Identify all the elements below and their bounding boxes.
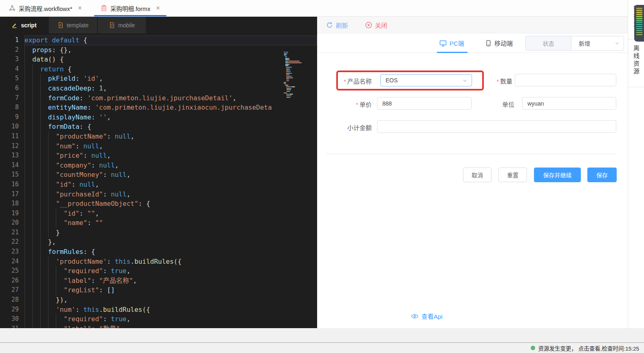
monitor-icon	[439, 40, 447, 47]
code-line[interactable]: 24 'productName': this.buildRules({	[0, 257, 317, 267]
code-line[interactable]: 2 props: {},	[0, 45, 317, 55]
cancel-button[interactable]: 取消	[463, 168, 492, 182]
required-mark: *	[344, 78, 346, 85]
close-label: 关闭	[375, 21, 387, 29]
file-tab-form[interactable]: 采购明细.formx ×	[94, 0, 167, 16]
refresh-button[interactable]: 刷新	[326, 21, 348, 29]
field-label-unit: 单位	[482, 100, 514, 108]
bottom-strip	[0, 328, 644, 342]
editor-tab-label: script	[21, 22, 36, 29]
unit-input[interactable]	[522, 97, 616, 110]
code-line[interactable]: 26 "label": "产品名称",	[0, 276, 317, 286]
code-line[interactable]: 10 formData: {	[0, 122, 317, 132]
status-message[interactable]: 资源发生变更， 点击查看,检查时间:15:25	[538, 344, 639, 352]
code-line[interactable]: 23 formRules: {	[0, 247, 317, 257]
code-area[interactable]: 1export default {2 props: {},3 data() {4…	[0, 33, 317, 328]
tab-script[interactable]: script	[0, 17, 48, 33]
code-line[interactable]: 18 "__productNameObject": {	[0, 199, 317, 209]
phone-icon	[485, 40, 492, 46]
editor-tab-bar: script template mobile	[0, 17, 317, 33]
product-name-select-value: EOS	[386, 77, 398, 84]
code-line[interactable]: 20 "name": ""	[0, 218, 317, 228]
file-tab-workflow[interactable]: 采购流程.workflowx* ×	[2, 0, 88, 16]
code-line[interactable]: 7 formCode: 'com.primeton.liujie.jpurcha…	[0, 93, 317, 103]
close-icon[interactable]: ×	[156, 4, 160, 12]
tab-pc-view[interactable]: PC端	[439, 33, 464, 53]
code-line[interactable]: 8 entityName: 'com.primeton.liujie.jinxi…	[0, 103, 317, 113]
state-select[interactable]: 新增	[571, 36, 624, 51]
code-line[interactable]: 12 "num": null,	[0, 141, 317, 151]
state-select-group: 状态 新增	[525, 36, 624, 51]
app-window: 采购流程.workflowx* × 采购明细.formx × script	[0, 0, 644, 353]
sidebar-item-offline-resources[interactable]: 离线资源	[628, 40, 644, 87]
tab-pc-label: PC端	[450, 39, 464, 47]
code-line[interactable]: 14 "company": null,	[0, 161, 317, 170]
file-tab-bar: 采购流程.workflowx* × 采购明细.formx ×	[0, 0, 644, 17]
scrollbar-marks[interactable]	[634, 5, 644, 42]
field-label-quantity: *数量	[482, 77, 512, 85]
product-name-select[interactable]: EOS	[380, 74, 472, 86]
code-line[interactable]: 4 return {	[0, 64, 317, 74]
workflow-icon	[9, 5, 15, 11]
pencil-icon	[11, 22, 18, 28]
code-line[interactable]: 31 "label": "数量"	[0, 324, 317, 328]
tab-mobile-view[interactable]: 移动端	[485, 33, 513, 53]
file-icon	[57, 22, 64, 28]
code-line[interactable]: 19 "id": "",	[0, 209, 317, 218]
refresh-label: 刷新	[336, 21, 348, 29]
code-line[interactable]: 29 'num': this.buildRules({	[0, 305, 317, 315]
chevron-down-icon	[615, 41, 620, 46]
tab-template[interactable]: template	[49, 17, 97, 33]
required-mark: *	[356, 101, 358, 108]
close-circle-icon	[365, 22, 372, 29]
quantity-input[interactable]	[515, 74, 616, 86]
view-tab-bar: PC端 移动端 状态 新增	[317, 33, 628, 53]
view-api-label: 查看Api	[421, 312, 443, 320]
code-editor: script template mobile 1export default {…	[0, 17, 317, 328]
code-line[interactable]: 21 }	[0, 228, 317, 238]
preview-toolbar: 刷新 关闭	[317, 17, 628, 33]
unit-price-input[interactable]	[377, 97, 472, 110]
form-preview-panel: 刷新 关闭 PC端 移动端	[317, 17, 628, 328]
tab-mobile[interactable]: mobile	[98, 17, 146, 33]
code-line[interactable]: 3 data() {	[0, 55, 317, 64]
field-label-product-name: *产品名称	[338, 77, 372, 85]
right-sidebar: 数据源 离线资源	[628, 0, 644, 328]
field-label-unit-price: *单价	[338, 100, 372, 108]
field-label-subtotal: 小计金额	[334, 123, 372, 132]
code-line[interactable]: 13 "price": null,	[0, 151, 317, 161]
code-line[interactable]: 17 "purchaseId": null,	[0, 190, 317, 199]
close-icon[interactable]: ×	[78, 4, 82, 12]
state-label: 状态	[525, 36, 571, 51]
code-line[interactable]: 30 "required": true,	[0, 314, 317, 324]
code-line[interactable]: 22 },	[0, 237, 317, 247]
form-divider	[326, 154, 617, 154]
editor-tab-label: mobile	[118, 22, 135, 29]
code-line[interactable]: 11 "productName": null,	[0, 132, 317, 141]
code-line[interactable]: 25 "required": true,	[0, 266, 317, 276]
eye-icon	[411, 313, 419, 320]
minimap[interactable]	[284, 52, 306, 98]
save-continue-button[interactable]: 保存并继续	[534, 168, 581, 182]
refresh-icon	[326, 22, 333, 29]
status-bar: 资源发生变更， 点击查看,检查时间:15:25	[0, 342, 644, 353]
close-preview-button[interactable]: 关闭	[365, 21, 387, 29]
chevron-down-icon	[462, 78, 468, 83]
required-mark: *	[497, 78, 499, 85]
code-line[interactable]: 15 "countMoney": null,	[0, 170, 317, 180]
save-button[interactable]: 保存	[587, 168, 617, 182]
state-select-value: 新增	[579, 39, 590, 47]
file-icon	[109, 22, 115, 28]
code-line[interactable]: 9 displayName: '',	[0, 113, 317, 122]
code-line[interactable]: 16 "id": null,	[0, 180, 317, 190]
reset-button[interactable]: 重置	[498, 168, 527, 182]
view-api-link[interactable]: 查看Api	[411, 312, 443, 320]
code-line[interactable]: 1export default {	[0, 35, 317, 45]
code-line[interactable]: 5 pkField: 'id',	[0, 74, 317, 84]
code-line[interactable]: 28 }),	[0, 295, 317, 305]
code-line[interactable]: 6 cascadeDeep: 1,	[0, 84, 317, 93]
file-tab-label: 采购流程.workflowx*	[19, 4, 72, 13]
subtotal-input[interactable]	[377, 120, 616, 133]
code-line[interactable]: 27 "regList": []	[0, 285, 317, 295]
tab-mobile-label: 移动端	[494, 39, 513, 47]
